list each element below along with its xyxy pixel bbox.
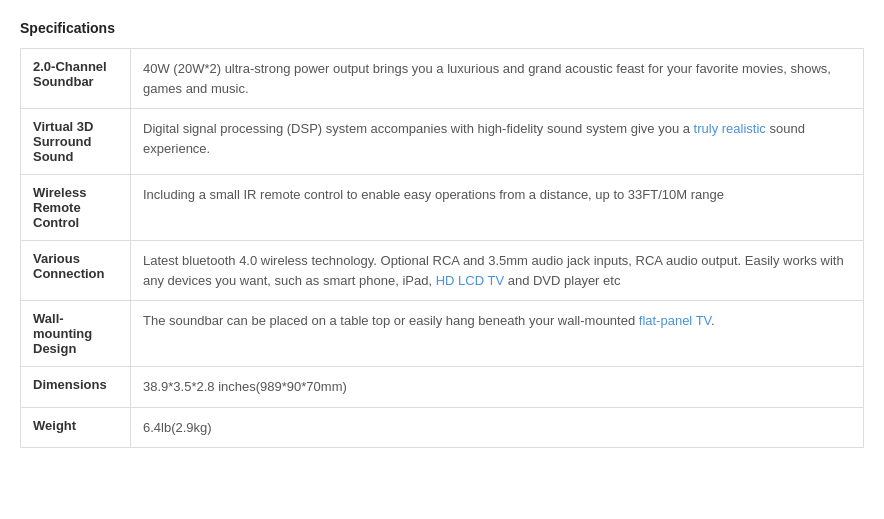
table-row: Wireless Remote ControlIncluding a small… [21, 175, 864, 241]
table-row: Various ConnectionLatest bluetooth 4.0 w… [21, 241, 864, 301]
table-row: Virtual 3D Surround SoundDigital signal … [21, 109, 864, 175]
spec-label: Various Connection [21, 241, 131, 301]
spec-value: 40W (20W*2) ultra-strong power output br… [131, 49, 864, 109]
spec-value: The soundbar can be placed on a table to… [131, 301, 864, 367]
spec-value: 38.9*3.5*2.8 inches(989*90*70mm) [131, 367, 864, 408]
highlight-text: HD LCD TV [436, 273, 504, 288]
spec-value: Latest bluetooth 4.0 wireless technology… [131, 241, 864, 301]
spec-label: Wireless Remote Control [21, 175, 131, 241]
highlight-text: flat-panel TV [639, 313, 711, 328]
highlight-text: truly realistic [694, 121, 766, 136]
specs-heading: Specifications [20, 20, 864, 36]
specs-section: Specifications 2.0-Channel Soundbar40W (… [20, 20, 864, 448]
spec-label: 2.0-Channel Soundbar [21, 49, 131, 109]
table-row: Weight6.4lb(2.9kg) [21, 407, 864, 448]
spec-label: Wall-mounting Design [21, 301, 131, 367]
spec-value: Including a small IR remote control to e… [131, 175, 864, 241]
spec-label: Virtual 3D Surround Sound [21, 109, 131, 175]
spec-value: 6.4lb(2.9kg) [131, 407, 864, 448]
spec-label: Weight [21, 407, 131, 448]
spec-value: Digital signal processing (DSP) system a… [131, 109, 864, 175]
table-row: Wall-mounting DesignThe soundbar can be … [21, 301, 864, 367]
spec-label: Dimensions [21, 367, 131, 408]
specs-table: 2.0-Channel Soundbar40W (20W*2) ultra-st… [20, 48, 864, 448]
table-row: Dimensions38.9*3.5*2.8 inches(989*90*70m… [21, 367, 864, 408]
table-row: 2.0-Channel Soundbar40W (20W*2) ultra-st… [21, 49, 864, 109]
